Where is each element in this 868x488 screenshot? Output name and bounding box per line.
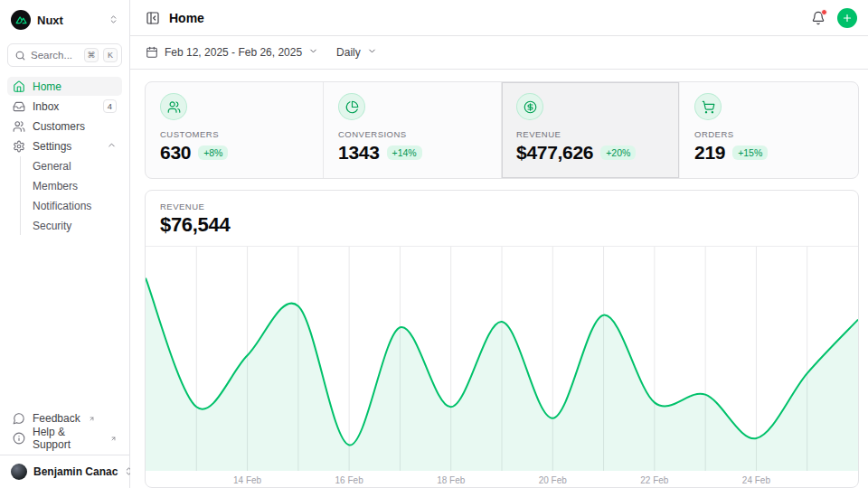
sidebar-item-label: Security <box>33 220 71 232</box>
add-button[interactable] <box>837 8 857 28</box>
inbox-icon <box>13 100 25 113</box>
page-header: Home <box>130 0 868 36</box>
sidebar-footer: Feedback Help & Support <box>0 405 129 455</box>
inbox-count-badge: 4 <box>103 99 117 113</box>
stat-value: $477,626 <box>516 142 593 164</box>
sidebar-item-label: Notifications <box>33 200 91 212</box>
date-range-label: Feb 12, 2025 - Feb 26, 2025 <box>165 46 302 59</box>
sidebar-item-label: Inbox <box>33 100 59 113</box>
chart-metric-value: $76,544 <box>160 213 844 237</box>
stat-change-badge: +8% <box>198 145 228 160</box>
shopping-cart-icon <box>694 93 722 120</box>
chart-metric-label: REVENUE <box>160 202 844 211</box>
plus-icon <box>842 13 853 23</box>
sidebar-item-label: General <box>33 160 71 173</box>
sidebar-item-settings[interactable]: Settings <box>7 136 122 155</box>
stat-card-conversions[interactable]: CONVERSIONS 1343 +14% <box>324 82 502 178</box>
notifications-button[interactable] <box>811 11 826 25</box>
stat-change-badge: +14% <box>387 145 422 160</box>
chart-plot-area[interactable]: 14 Feb16 Feb18 Feb20 Feb22 Feb24 Feb <box>146 247 858 487</box>
x-axis-label: 18 Feb <box>437 475 466 485</box>
workspace-switcher[interactable]: Nuxt <box>7 8 122 32</box>
chevron-up-icon <box>107 140 117 153</box>
stat-value: 1343 <box>338 142 380 164</box>
sidebar-item-home[interactable]: Home <box>7 77 122 96</box>
sidebar-item-label: Members <box>33 180 78 192</box>
info-circle-icon <box>13 432 25 445</box>
search-input[interactable] <box>31 50 80 61</box>
sidebar: Nuxt ⌘ K Home Inbox 4 Customers <box>0 0 130 488</box>
avatar <box>11 464 27 480</box>
stat-value: 219 <box>694 142 725 164</box>
nuxt-logo-icon <box>11 10 31 30</box>
stat-label: CONVERSIONS <box>338 129 486 139</box>
calendar-icon <box>146 46 158 59</box>
dashboard-content: CUSTOMERS 630 +8% CONVERSIONS 1343 +14% <box>130 70 868 488</box>
x-axis-label: 24 Feb <box>742 475 771 485</box>
revenue-chart-card: REVENUE $76,544 14 Feb16 Feb18 Feb20 Feb… <box>145 190 859 488</box>
x-axis-label: 14 Feb <box>233 475 262 485</box>
sidebar-item-label: Home <box>33 80 61 93</box>
chart-pie-icon <box>338 93 365 120</box>
circle-dollar-icon <box>516 93 543 120</box>
stat-change-badge: +20% <box>600 145 636 160</box>
stat-label: ORDERS <box>694 129 844 139</box>
chevron-down-icon <box>308 46 318 59</box>
sidebar-nav: Home Inbox 4 Customers Settings General <box>0 67 129 235</box>
users-icon <box>160 93 187 120</box>
user-menu[interactable]: Benjamin Canac <box>0 455 129 488</box>
search-box[interactable]: ⌘ K <box>7 43 122 67</box>
stats-grid: CUSTOMERS 630 +8% CONVERSIONS 1343 +14% <box>145 81 859 179</box>
stat-card-customers[interactable]: CUSTOMERS 630 +8% <box>146 82 324 178</box>
home-icon <box>13 80 25 93</box>
sidebar-item-label: Customers <box>33 120 85 133</box>
x-axis-label: 16 Feb <box>335 475 364 485</box>
kbd-k: K <box>103 48 118 62</box>
sidebar-item-customers[interactable]: Customers <box>7 117 122 136</box>
sidebar-item-label: Settings <box>33 140 71 153</box>
gear-icon <box>13 140 25 153</box>
settings-children: General Members Notifications Security <box>20 156 122 235</box>
stat-card-orders[interactable]: ORDERS 219 +15% <box>680 82 858 178</box>
chat-bubble-icon <box>13 412 25 425</box>
period-select[interactable]: Daily <box>336 46 377 59</box>
chevrons-up-down-icon <box>108 12 118 28</box>
footer-item-label: Help & Support <box>33 426 102 451</box>
sidebar-collapse-button[interactable] <box>146 11 160 25</box>
sidebar-item-general[interactable]: General <box>21 156 122 175</box>
stat-value: 630 <box>160 142 191 164</box>
footer-item-label: Feedback <box>33 412 80 425</box>
search-icon <box>14 50 26 61</box>
panel-left-close-icon <box>146 11 160 25</box>
stat-label: CUSTOMERS <box>160 129 308 139</box>
notification-dot <box>821 9 827 15</box>
kbd-cmd: ⌘ <box>84 48 99 62</box>
sidebar-item-inbox[interactable]: Inbox 4 <box>7 97 122 116</box>
header-actions <box>811 8 857 28</box>
stat-label: REVENUE <box>516 129 665 139</box>
workspace-name: Nuxt <box>37 14 63 27</box>
stat-card-revenue[interactable]: REVENUE $477,626 +20% <box>502 82 680 178</box>
external-link-icon <box>110 432 117 445</box>
date-range-picker[interactable]: Feb 12, 2025 - Feb 26, 2025 <box>146 46 318 59</box>
x-axis-label: 22 Feb <box>640 475 669 485</box>
period-label: Daily <box>336 46 361 59</box>
sidebar-item-members[interactable]: Members <box>21 176 122 195</box>
users-icon <box>13 120 25 133</box>
external-link-icon <box>89 412 95 425</box>
page-title: Home <box>169 11 204 25</box>
dashboard-app: Nuxt ⌘ K Home Inbox 4 Customers <box>0 0 868 488</box>
main-area: Home Feb 12, 2025 - Feb 26, 2025 Daily <box>130 0 868 488</box>
chevron-down-icon <box>367 46 377 59</box>
sidebar-item-security[interactable]: Security <box>21 216 122 235</box>
user-name: Benjamin Canac <box>33 465 118 478</box>
help-support-link[interactable]: Help & Support <box>7 428 122 447</box>
sidebar-spacer <box>0 235 129 405</box>
filters-toolbar: Feb 12, 2025 - Feb 26, 2025 Daily <box>130 36 868 70</box>
stat-change-badge: +15% <box>732 145 768 160</box>
sidebar-item-notifications[interactable]: Notifications <box>21 196 122 215</box>
revenue-chart-svg[interactable]: 14 Feb16 Feb18 Feb20 Feb22 Feb24 Feb <box>146 247 858 487</box>
chart-header: REVENUE $76,544 <box>146 191 858 247</box>
x-axis-label: 20 Feb <box>539 475 568 485</box>
